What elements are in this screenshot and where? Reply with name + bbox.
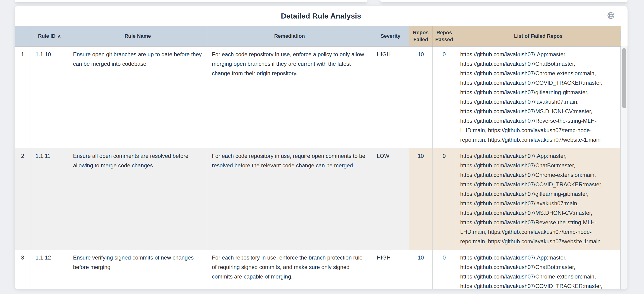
table-row: 1 1.1.10 Ensure open git branches are up… [14,46,620,148]
cell-failed-repos: https://github.com/lavakush07/.App:maste… [456,46,620,148]
cell-rule-name: Ensure verifying signed commits of new c… [68,250,207,289]
rules-table: Rule ID ∧ Rule Name Remediation Severity… [14,26,628,289]
cell-severity: HIGH [372,250,409,289]
detailed-rule-analysis-card: Detailed Rule Analysis Rule ID ∧ Rule N [14,6,628,289]
table-body: 1 1.1.10 Ensure open git branches are up… [14,46,620,289]
cell-rule-id: 1.1.12 [31,250,68,289]
cell-repos-passed: 0 [432,250,456,289]
header-index[interactable] [14,26,31,46]
header-scrollbar-gutter [620,26,628,46]
card-header: Detailed Rule Analysis [14,6,628,26]
header-rule-name[interactable]: Rule Name [68,26,207,46]
cell-index: 1 [14,46,31,148]
cell-severity: HIGH [372,46,409,148]
cell-failed-repos: https://github.com/lavakush07/.App:maste… [456,250,620,289]
table-header-row: Rule ID ∧ Rule Name Remediation Severity… [14,26,628,46]
globe-icon[interactable] [607,11,615,19]
cell-rule-id: 1.1.10 [31,46,68,148]
header-remediation[interactable]: Remediation [207,26,372,46]
scrollbar-thumb[interactable] [622,48,626,108]
cell-repos-failed: 10 [409,148,432,250]
cell-remediation: For each repository in use, enforce the … [207,250,372,289]
cell-remediation: For each code repository in use, enforce… [207,46,372,148]
cell-rule-name: Ensure all open comments are resolved be… [68,148,207,250]
header-rule-id[interactable]: Rule ID ∧ [31,26,68,46]
header-failed-repos[interactable]: List of Failed Repos [456,26,620,46]
cell-repos-passed: 0 [432,148,456,250]
cell-repos-failed: 10 [409,46,432,148]
header-rule-id-label: Rule ID [38,33,56,40]
header-repos-failed[interactable]: Repos Failed [409,26,432,46]
cell-index: 2 [14,148,31,250]
header-repos-passed[interactable]: Repos Passed [432,26,456,46]
sort-ascending-icon: ∧ [58,33,61,39]
table-row: 2 1.1.11 Ensure all open comments are re… [14,148,620,250]
cell-remediation: For each code repository in use, require… [207,148,372,250]
cell-rule-id: 1.1.11 [31,148,68,250]
table-row: 3 1.1.12 Ensure verifying signed commits… [14,250,620,289]
header-scrollbar-divider [620,31,621,41]
upper-card-bottom-left [14,0,368,2]
cell-repos-passed: 0 [432,46,456,148]
table-vertical-scrollbar[interactable] [620,46,628,289]
header-severity[interactable]: Severity [372,26,409,46]
cell-rule-name: Ensure open git branches are up to date … [68,46,207,148]
cell-repos-failed: 10 [409,250,432,289]
upper-card-bottom-right [380,0,628,2]
cell-index: 3 [14,250,31,289]
cell-severity: LOW [372,148,409,250]
page-title: Detailed Rule Analysis [281,12,361,20]
cell-failed-repos: https://github.com/lavakush07/.App:maste… [456,148,620,250]
